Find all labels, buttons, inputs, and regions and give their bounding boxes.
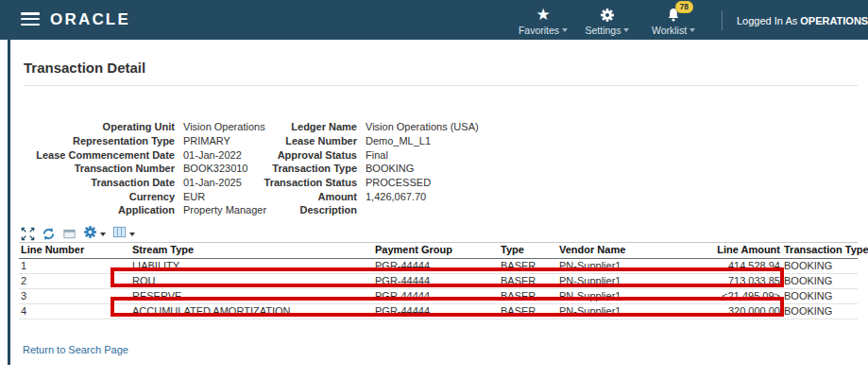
worklist-menu[interactable]: 78 Worklist: [639, 6, 707, 36]
cell-type: BASER: [501, 275, 536, 286]
field-operating-unit: Operating UnitVision Operations: [24, 120, 267, 134]
gear-icon: [600, 6, 615, 23]
detach-icon[interactable]: [62, 227, 77, 241]
chevron-down-icon: [562, 28, 568, 32]
cell-line-number: 3: [21, 290, 26, 301]
line-items-table: Line Number Stream Type Payment Group Ty…: [19, 242, 858, 319]
bell-icon: 78: [666, 6, 681, 23]
oracle-logo: ORACLE: [50, 11, 130, 29]
columns-button[interactable]: [112, 225, 135, 243]
cell-payment-group: PGR-44444: [375, 275, 430, 286]
cell-payment-group: PGR-44444: [375, 260, 430, 271]
field-lease-number: Lease NumberDemo_ML_L1: [263, 134, 565, 148]
chevron-down-icon: [689, 28, 695, 32]
settings-menu[interactable]: Settings: [573, 6, 641, 36]
column-header-line-number[interactable]: Line Number: [21, 244, 84, 255]
cell-type: BASER: [501, 290, 536, 301]
cell-line-amount: 713,033.85: [623, 275, 780, 286]
cell-stream-type: ACCUMULATED AMORTIZATION: [132, 305, 290, 317]
table-toolbar: [21, 226, 135, 242]
table-header-row: Line Number Stream Type Payment Group Ty…: [19, 242, 858, 259]
column-header-type[interactable]: Type: [501, 244, 524, 255]
cell-line-number: 4: [21, 305, 26, 317]
refresh-icon[interactable]: [42, 227, 56, 241]
column-header-line-amount[interactable]: Line Amount: [623, 244, 780, 255]
left-accent-bar: [8, 40, 10, 365]
table-row: 4 ACCUMULATED AMORTIZATION PGR-44444 BAS…: [19, 304, 858, 319]
title-divider: [24, 85, 858, 86]
cell-type: BASER: [501, 305, 536, 317]
field-amount: Amount1,426,067.70: [263, 189, 565, 203]
logged-in-as: Logged In As OPERATIONS: [737, 15, 868, 26]
cell-stream-type: RESERVE: [132, 290, 181, 301]
favorites-menu[interactable]: ★ Favorites: [509, 6, 577, 36]
cell-stream-type: ROU: [132, 275, 155, 286]
table-row: 1 LIABILITY PGR-44444 BASER PN-Supplier1…: [19, 259, 858, 274]
worklist-label: Worklist: [652, 25, 687, 36]
gear-icon: [83, 225, 97, 243]
cell-transaction-type: BOOKING: [784, 290, 832, 301]
settings-label: Settings: [586, 25, 621, 36]
cell-payment-group: PGR-44444: [375, 305, 430, 317]
field-approval-status: Approval StatusFinal: [263, 147, 565, 162]
detail-fields-left: Operating UnitVision Operations Represen…: [24, 120, 267, 217]
columns-icon: [112, 225, 127, 243]
cell-line-amount: 414,528.94: [623, 260, 780, 271]
cell-line-number: 2: [21, 275, 26, 286]
field-description: Description: [263, 203, 565, 217]
cell-vendor-name: PN-Supplier1: [559, 305, 621, 317]
favorites-label: Favorites: [519, 25, 559, 36]
field-representation-type: Representation TypePRIMARY: [24, 134, 267, 148]
expand-icon[interactable]: [21, 227, 35, 241]
field-ledger-name: Ledger NameVision Operations (USA): [263, 120, 565, 134]
column-header-payment-group[interactable]: Payment Group: [375, 244, 452, 255]
cell-line-number: 1: [21, 260, 26, 271]
cell-vendor-name: PN-Supplier1: [559, 260, 621, 271]
cell-vendor-name: PN-Supplier1: [559, 275, 621, 286]
cell-type: BASER: [501, 260, 536, 271]
logged-in-user: OPERATIONS: [800, 15, 868, 26]
cell-line-amount: 320,000.00: [623, 305, 780, 317]
table-row: 2 ROU PGR-44444 BASER PN-Supplier1 713,0…: [19, 274, 858, 289]
chevron-down-icon: [100, 233, 106, 236]
detail-fields-right: Ledger NameVision Operations (USA) Lease…: [263, 120, 565, 217]
top-header-bar: ORACLE ★ Favorites Settings: [0, 0, 868, 40]
cell-transaction-type: BOOKING: [784, 260, 832, 271]
return-to-search-link[interactable]: Return to Search Page: [23, 344, 128, 355]
field-transaction-type: Transaction TypeBOOKING: [263, 162, 565, 176]
chevron-down-icon: [623, 28, 629, 32]
cell-line-amount: <21,495.09>: [623, 290, 780, 301]
column-header-vendor-name[interactable]: Vendor Name: [559, 244, 625, 255]
star-icon: ★: [536, 6, 550, 23]
cell-payment-group: PGR-44444: [375, 290, 430, 301]
field-lease-commencement-date: Lease Commencement Date01-Jan-2022: [24, 147, 267, 162]
hamburger-menu-icon[interactable]: [21, 12, 40, 27]
field-currency: CurrencyEUR: [24, 189, 267, 203]
worklist-count-badge: 78: [675, 1, 693, 13]
page-title: Transaction Detail: [24, 60, 145, 76]
table-settings-button[interactable]: [83, 225, 106, 243]
field-application: ApplicationProperty Manager: [24, 203, 267, 217]
cell-vendor-name: PN-Supplier1: [559, 290, 621, 301]
header-divider: [722, 10, 723, 30]
chevron-down-icon: [129, 233, 135, 236]
field-transaction-status: Transaction StatusPROCESSED: [263, 176, 565, 190]
column-header-transaction-type[interactable]: Transaction Type: [784, 244, 868, 255]
cell-transaction-type: BOOKING: [784, 275, 832, 286]
column-header-stream-type[interactable]: Stream Type: [132, 244, 194, 255]
cell-transaction-type: BOOKING: [784, 305, 832, 317]
table-row: 3 RESERVE PGR-44444 BASER PN-Supplier1 <…: [19, 289, 858, 304]
field-transaction-number: Transaction NumberBOOK323010: [24, 162, 267, 176]
field-transaction-date: Transaction Date01-Jan-2025: [24, 176, 267, 190]
cell-stream-type: LIABILITY: [132, 260, 179, 271]
